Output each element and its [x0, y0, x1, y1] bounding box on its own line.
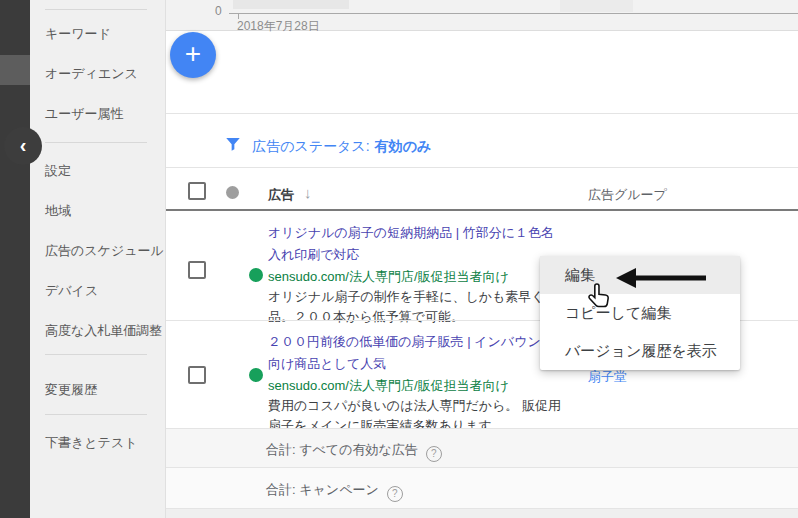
summary-row-campaign [166, 468, 798, 508]
chart-artifact [560, 0, 633, 12]
table-row-ad-2: ２００円前後の低単価の扇子販売 | インバウンド向け商品として人気 sensud… [268, 331, 561, 436]
chart-x-axis-date-label: 2018年7月28日 [237, 18, 320, 35]
menu-item-copy-and-edit[interactable]: コピーして編集 [540, 294, 740, 332]
ad-title-link[interactable]: ２００円前後の低単価の扇子販売 | インバウンド向け商品として人気 [268, 331, 561, 375]
summary-text: 合計: すべての有効な広告 [266, 442, 418, 457]
divider [45, 142, 147, 143]
status-column-dot-icon [226, 186, 239, 199]
column-header-ad[interactable]: 広告 [268, 186, 294, 204]
ad-display-url: sensudo.com/法人専門店/販促担当者向け [268, 266, 561, 287]
sidebar-collapse-button[interactable]: ‹ [4, 127, 42, 165]
chart-bottom-band: 0 2018年7月28日 [166, 0, 798, 31]
table-header-border [166, 209, 798, 211]
help-icon[interactable]: ? [426, 446, 442, 462]
summary-row-enabled-ads [166, 429, 798, 467]
chart-y-axis-tick-label: 0 [215, 4, 222, 18]
divider [45, 414, 147, 415]
ad-display-url: sensudo.com/法人専門店/販促担当者向け [268, 375, 561, 396]
sort-descending-icon[interactable]: ↓ [304, 184, 312, 201]
sidebar-item-demographics[interactable]: ユーザー属性 [45, 105, 124, 123]
row-checkbox[interactable] [188, 261, 206, 279]
sidebar: キーワード オーディエンス ユーザー属性 設定 地域 広告のスケジュール デバイ… [30, 0, 166, 518]
row-checkbox[interactable] [188, 366, 206, 384]
left-arrow-annotation [614, 266, 710, 290]
chevron-left-icon: ‹ [20, 134, 27, 157]
ad-group-link[interactable]: 扇子堂 [588, 368, 627, 386]
sidebar-item-drafts-experiments[interactable]: 下書きとテスト [45, 434, 138, 452]
summary-label: 合計: キャンペーン? [266, 481, 403, 502]
divider [45, 354, 147, 355]
chart-artifact [233, 0, 349, 9]
filter-icon[interactable] [224, 135, 242, 153]
ad-description: オリジナル扇子の制作を手軽に、しかも素早く納品。２００本から低予算で可能。 [268, 287, 561, 327]
column-header-ad-group[interactable]: 広告グループ [588, 186, 667, 204]
help-icon[interactable]: ? [387, 486, 403, 502]
divider [166, 167, 798, 168]
summary-text: 合計: キャンペーン [266, 482, 379, 497]
sidebar-item-change-history[interactable]: 変更履歴 [45, 381, 97, 399]
rail-active-indicator [0, 55, 30, 85]
menu-item-show-version-history[interactable]: バージョン履歴を表示 [540, 332, 740, 370]
collapsed-nav-rail [0, 0, 30, 518]
sidebar-item-locations[interactable]: 地域 [45, 202, 71, 220]
divider [166, 113, 798, 114]
google-ads-app: ‹ キーワード オーディエンス ユーザー属性 設定 地域 広告のスケジュール デ… [0, 0, 798, 518]
filter-value: 有効のみ [375, 138, 432, 154]
hand-pointer-cursor-icon [587, 282, 612, 312]
sidebar-item-devices[interactable]: デバイス [45, 282, 98, 300]
sidebar-item-advanced-bid-adj[interactable]: 高度な入札単価調整 [45, 322, 162, 340]
sidebar-item-ad-schedule[interactable]: 広告のスケジュール [45, 242, 164, 260]
next-row-strip [166, 509, 798, 518]
sidebar-item-audiences[interactable]: オーディエンス [45, 65, 138, 83]
sidebar-item-settings[interactable]: 設定 [45, 162, 71, 180]
ad-status-filter[interactable]: 広告のステータス:有効のみ [252, 138, 431, 156]
summary-label: 合計: すべての有効な広告? [266, 441, 442, 462]
chart-x-axis-line [229, 13, 798, 14]
table-row-ad-1: オリジナルの扇子の短納期納品 | 竹部分に１色名入れ印刷で対応 sensudo.… [268, 222, 561, 327]
add-ad-button[interactable]: + [170, 32, 216, 78]
sidebar-item-keywords[interactable]: キーワード [45, 25, 111, 43]
status-enabled-dot-icon [249, 368, 263, 382]
divider [45, 9, 147, 10]
filter-label: 広告のステータス: [252, 138, 370, 154]
ad-title-link[interactable]: オリジナルの扇子の短納期納品 | 竹部分に１色名入れ印刷で対応 [268, 222, 561, 266]
select-all-checkbox[interactable] [188, 182, 206, 200]
plus-icon: + [185, 38, 201, 70]
status-enabled-dot-icon [249, 268, 263, 282]
